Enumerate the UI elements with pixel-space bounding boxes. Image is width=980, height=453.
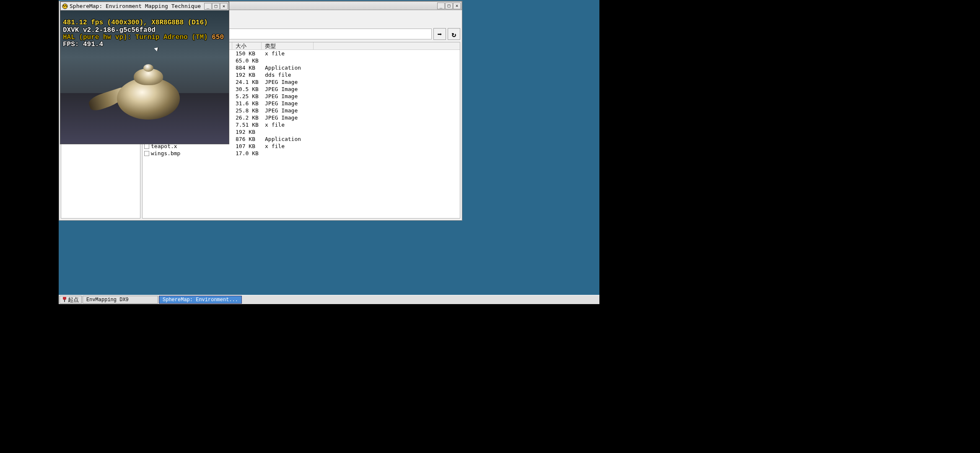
overlay-hal-line: HAL (pure hw vp): Turnip Adreno (TM) 650 <box>63 34 224 41</box>
taskbar-item-spheremap[interactable]: SphereMap: Environment... <box>159 296 242 304</box>
file-size: 5.25 KB <box>232 93 262 99</box>
spheremap-titlebar[interactable]: SphereMap: Environment Mapping Technique… <box>60 2 229 10</box>
overlay-fps-line: 481.12 fps (400x300), X8R8G8B8 (D16) <box>63 19 208 26</box>
desktop: _ □ ✕ 夹 ➡ ↻ 大小 类型 <box>59 0 599 304</box>
file-size: 31.6 KB <box>232 100 262 107</box>
file-row[interactable]: wings.bmp17.0 KB <box>143 150 460 157</box>
file-size: 17.0 KB <box>232 150 262 156</box>
file-type: x file <box>262 143 314 149</box>
maximize-button[interactable]: □ <box>212 3 220 10</box>
app-icon <box>62 3 68 10</box>
start-button[interactable]: 起点 <box>60 296 82 304</box>
file-size: 24.1 KB <box>232 79 262 85</box>
file-size: 30.5 KB <box>232 86 262 92</box>
file-size: 25.8 KB <box>232 107 262 114</box>
column-header-type[interactable]: 类型 <box>262 42 314 49</box>
file-type: JPEG Image <box>262 93 314 99</box>
render-viewport[interactable]: 481.12 fps (400x300), X8R8G8B8 (D16) DXV… <box>60 10 229 144</box>
start-label: 起点 <box>68 296 79 304</box>
file-name: wings.bmp <box>151 150 180 156</box>
minimize-button[interactable]: _ <box>437 3 445 9</box>
close-button[interactable]: ✕ <box>220 3 228 10</box>
overlay-fps2-line: FPS: 491.4 <box>63 41 103 48</box>
file-type: x file <box>262 122 314 128</box>
spheremap-window: SphereMap: Environment Mapping Technique… <box>60 1 229 144</box>
file-type: Application <box>262 136 314 142</box>
taskbar-item-envmapping[interactable]: EnvMapping DX9 <box>83 296 158 304</box>
close-button[interactable]: ✕ <box>453 3 461 9</box>
stats-overlay: 481.12 fps (400x300), X8R8G8B8 (D16) DXV… <box>63 12 224 48</box>
file-icon <box>144 144 149 149</box>
svg-point-0 <box>62 4 67 9</box>
file-type: JPEG Image <box>262 115 314 121</box>
refresh-icon: ↻ <box>452 30 456 39</box>
file-type: dds file <box>262 72 314 78</box>
file-type: x file <box>262 50 314 57</box>
file-icon <box>144 151 149 156</box>
file-type: JPEG Image <box>262 79 314 85</box>
maximize-button[interactable]: □ <box>445 3 453 9</box>
minimize-button[interactable]: _ <box>204 3 212 10</box>
file-size: 26.2 KB <box>232 115 262 121</box>
file-type: Application <box>262 65 314 71</box>
file-type: JPEG Image <box>262 100 314 107</box>
go-button[interactable]: ➡ <box>433 28 446 40</box>
file-size: 65.0 KB <box>232 57 262 64</box>
file-size: 150 KB <box>232 50 262 57</box>
file-size: 107 KB <box>232 143 262 149</box>
teapot-model <box>83 57 201 128</box>
overlay-dxvk-line: DXVK v2.2-186-g5c56fa0d <box>63 26 156 34</box>
wine-icon <box>62 297 67 303</box>
file-size: 192 KB <box>232 72 262 78</box>
file-type: JPEG Image <box>262 107 314 114</box>
file-size: 876 KB <box>232 136 262 142</box>
spheremap-title: SphereMap: Environment Mapping Technique <box>70 3 204 9</box>
file-manager-titlebar[interactable]: _ □ ✕ <box>229 1 462 10</box>
refresh-button[interactable]: ↻ <box>448 28 460 40</box>
file-size: 192 KB <box>232 129 262 135</box>
arrow-right-icon: ➡ <box>438 30 442 39</box>
taskbar: 起点 EnvMapping DX9 SphereMap: Environment… <box>59 295 599 304</box>
file-size: 884 KB <box>232 65 262 71</box>
file-type: JPEG Image <box>262 86 314 92</box>
file-size: 7.51 KB <box>232 122 262 128</box>
column-header-size[interactable]: 大小 <box>232 42 262 49</box>
